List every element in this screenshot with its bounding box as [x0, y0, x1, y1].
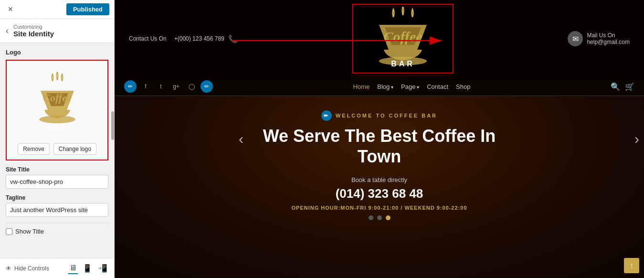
contact-info: Contact Us On +(000) 123 456 789 📞 — [129, 34, 238, 43]
logo-container: Coffee BAR Remove Change logo — [6, 60, 108, 160]
facebook-icon[interactable]: f — [139, 80, 152, 93]
logo-image-area: Coffee BAR — [13, 65, 101, 139]
hero-phone: (014) 323 68 48 — [124, 186, 634, 201]
mail-icon: ✉ — [568, 31, 583, 46]
contact-phone: +(000) 123 456 789 — [174, 35, 224, 42]
svg-text:BAR: BAR — [391, 60, 415, 68]
bottom-bar: 👁 Hide Controls 🖥 📱 📲 — [0, 258, 114, 278]
top-bar: × Published — [0, 0, 114, 19]
hero-title-line1: We Serve The Best Coffee In — [124, 126, 634, 146]
hide-controls-label: Hide Controls — [14, 265, 49, 272]
section-title: Site Identity — [13, 30, 54, 38]
contact-label: Contact Us On — [129, 35, 167, 42]
tagline-group: Tagline — [6, 194, 108, 217]
hero-section: ✏ WELCOME TO COFFEE BAR We Serve The Bes… — [115, 96, 644, 249]
twitter-icon[interactable]: t — [155, 80, 167, 93]
dot-1[interactable] — [369, 215, 373, 220]
main-navigation: Home Blog Page Contact Shop — [353, 83, 471, 90]
customizing-label: Customizing — [13, 24, 54, 30]
eye-icon: 👁 — [6, 265, 11, 272]
back-text: Customizing Site Identity — [13, 24, 54, 38]
hero-title-line2: Town — [124, 146, 634, 167]
header-logo-highlight: Coffee BAR — [352, 4, 454, 74]
tagline-input[interactable] — [6, 203, 108, 217]
svg-text:BAR: BAR — [48, 123, 66, 130]
tagline-label: Tagline — [6, 194, 108, 201]
header-top: Contact Us On +(000) 123 456 789 📞 Coffe… — [115, 0, 644, 77]
hero-title: We Serve The Best Coffee In Town — [124, 126, 634, 167]
back-arrow-icon: ‹ — [6, 26, 9, 36]
mail-email: help@gmail.com — [587, 39, 630, 45]
tablet-view-button[interactable]: 📱 — [82, 263, 93, 274]
header-logo: Coffee BAR — [355, 7, 451, 69]
hero-subtitle-text: WELCOME TO COFFEE BAR — [336, 113, 437, 118]
nav-right: 🔍 🛒 — [611, 82, 634, 91]
slider-next-button[interactable]: › — [634, 131, 639, 147]
hero-subtitle: ✏ WELCOME TO COFFEE BAR — [124, 110, 634, 121]
phone-icon: 📞 — [228, 34, 238, 43]
nav-contact[interactable]: Contact — [427, 83, 448, 90]
slider-dots — [124, 215, 634, 220]
show-title-row: Show Title — [6, 223, 108, 240]
nav-blog[interactable]: Blog — [377, 83, 393, 90]
site-title-label: Site Title — [6, 166, 108, 173]
logo-buttons: Remove Change logo — [18, 143, 96, 155]
panel-content: Logo — [0, 43, 114, 258]
dot-3[interactable] — [386, 215, 391, 220]
nav-bar: ✏ f t g+ ◯ ✏ Home Blog Page Contact Shop… — [115, 77, 644, 96]
back-navigation[interactable]: ‹ Customizing Site Identity — [0, 19, 114, 43]
customizer-panel: × Published ‹ Customizing Site Identity … — [0, 0, 115, 278]
edit-icon-1[interactable]: ✏ — [124, 80, 137, 93]
nav-shop[interactable]: Shop — [456, 83, 470, 90]
logo-image: Coffee BAR — [26, 72, 88, 134]
svg-text:Coffee: Coffee — [43, 92, 72, 104]
remove-logo-button[interactable]: Remove — [18, 143, 50, 155]
instagram-icon[interactable]: ◯ — [185, 80, 198, 93]
desktop-view-button[interactable]: 🖥 — [68, 263, 78, 274]
mobile-view-button[interactable]: 📲 — [97, 263, 108, 274]
google-plus-icon[interactable]: g+ — [170, 80, 182, 93]
logo-label: Logo — [6, 49, 108, 56]
change-logo-button[interactable]: Change logo — [53, 143, 96, 155]
slider-prev-button[interactable]: ‹ — [239, 131, 243, 147]
preview-panel: Contact Us On +(000) 123 456 789 📞 Coffe… — [115, 0, 644, 278]
site-title-input[interactable] — [6, 175, 108, 189]
dot-2[interactable] — [377, 215, 382, 220]
site-header: Contact Us On +(000) 123 456 789 📞 Coffe… — [115, 0, 644, 96]
nav-home[interactable]: Home — [353, 83, 370, 90]
edit-icon-2[interactable]: ✏ — [201, 80, 213, 93]
published-button[interactable]: Published — [66, 3, 109, 15]
hero-hours: OPENING HOUR:MON-FRI 9:00-21:00 / WEEKEN… — [124, 205, 634, 211]
site-title-group: Site Title — [6, 166, 108, 189]
mail-label: Mail Us On — [587, 32, 630, 39]
mail-info: ✉ Mail Us On help@gmail.com — [568, 31, 630, 46]
hide-controls-button[interactable]: 👁 Hide Controls — [6, 265, 49, 272]
svg-point-0 — [39, 116, 75, 123]
close-button[interactable]: × — [5, 4, 16, 15]
device-icons: 🖥 📱 📲 — [68, 263, 108, 274]
social-icons: ✏ f t g+ ◯ ✏ — [124, 80, 213, 93]
nav-page[interactable]: Page — [401, 83, 419, 90]
search-icon[interactable]: 🔍 — [611, 82, 620, 91]
cart-icon[interactable]: 🛒 — [625, 82, 634, 91]
scroll-top-button[interactable]: ↑ — [624, 258, 639, 273]
hero-book: Book a table directly — [124, 176, 634, 183]
svg-text:Coffee: Coffee — [383, 29, 422, 44]
show-title-label: Show Title — [15, 228, 44, 235]
hero-edit-icon[interactable]: ✏ — [321, 110, 332, 121]
logo-section: Logo — [6, 49, 108, 160]
scroll-indicator — [111, 111, 114, 140]
show-title-checkbox[interactable] — [6, 228, 12, 235]
